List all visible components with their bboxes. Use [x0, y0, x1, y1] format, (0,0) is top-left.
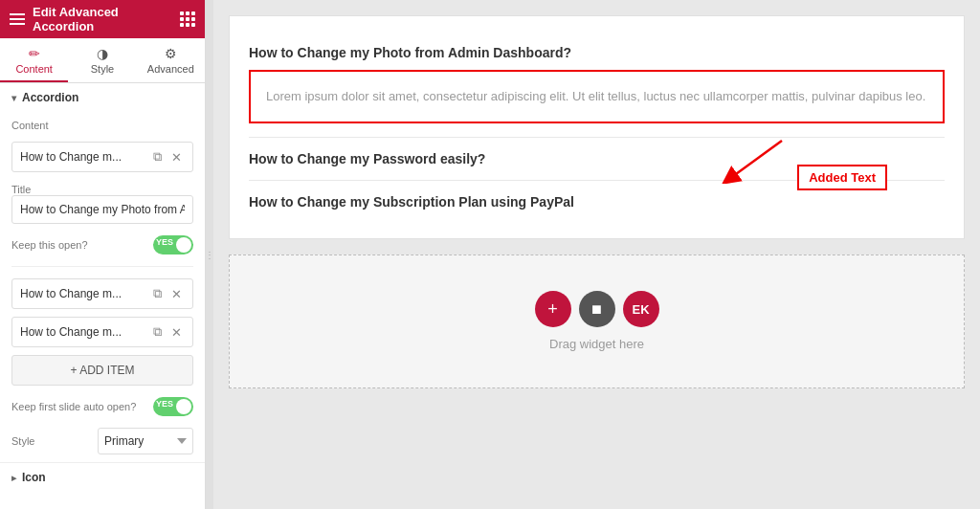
accordion-widget: How to Change my Photo from Admin Dashbo…: [229, 15, 965, 239]
copy-button-1[interactable]: ⧉: [150, 147, 165, 166]
accordion-content-1: Lorem ipsum dolor sit amet, consectetur …: [249, 70, 945, 123]
content-icon: ✏: [4, 46, 64, 61]
keep-first-row: Keep first slide auto open?: [11, 397, 193, 416]
tab-advanced[interactable]: ⚙ Advanced: [137, 38, 205, 82]
toggle-knob: [176, 237, 191, 253]
divider-1: [11, 266, 193, 267]
arrow-annotation: [710, 136, 787, 187]
keep-first-toggle[interactable]: [153, 397, 193, 416]
item-text-1: How to Change m...: [20, 150, 146, 164]
style-icon: ◑: [72, 46, 132, 61]
item-text-2: How to Change m...: [20, 287, 146, 300]
tabs-row: ✏ Content ◑ Style ⚙ Advanced: [0, 38, 205, 83]
main-content: How to Change my Photo from Admin Dashbo…: [213, 0, 980, 509]
title-input[interactable]: [11, 195, 193, 224]
drag-text: Drag widget here: [549, 337, 644, 351]
drag-widget-area: + ■ EK Drag widget here: [229, 254, 965, 388]
title-section: Title: [11, 180, 193, 224]
drag-buttons: + ■ EK: [535, 291, 659, 327]
list-item: How to Change m... ⧉ ✕: [11, 278, 193, 309]
style-row: Style Primary Secondary: [11, 428, 193, 454]
icon-section-arrow: ▸: [11, 473, 16, 483]
delete-button-3[interactable]: ✕: [168, 323, 185, 342]
navigator-button[interactable]: ■: [579, 291, 615, 327]
content-label: Content: [11, 120, 193, 131]
add-item-button[interactable]: + ADD ITEM: [11, 355, 193, 386]
panel-header: Edit Advanced Accordion: [0, 0, 205, 38]
left-panel: Edit Advanced Accordion ✏ Content ◑ Styl…: [0, 0, 206, 509]
list-item: How to Change m... ⧉ ✕: [11, 142, 193, 172]
panel-title: Edit Advanced Accordion: [33, 5, 172, 33]
advanced-icon: ⚙: [141, 46, 201, 61]
add-widget-button[interactable]: +: [535, 291, 571, 327]
hamburger-icon[interactable]: [10, 13, 25, 25]
keep-open-toggle[interactable]: [153, 235, 193, 254]
accordion-item-1: How to Change my Photo from Admin Dashbo…: [249, 32, 945, 138]
icon-section-header[interactable]: ▸ Icon: [0, 462, 205, 492]
elementor-icon: EK: [632, 302, 649, 317]
panel-body: Content How to Change m... ⧉ ✕ Title Kee…: [0, 112, 205, 462]
keep-open-row: Keep this open?: [11, 235, 193, 254]
tab-content[interactable]: ✏ Content: [0, 38, 68, 82]
copy-button-2[interactable]: ⧉: [150, 284, 165, 303]
list-item: How to Change m... ⧉ ✕: [11, 317, 193, 347]
grid-icon[interactable]: [180, 11, 195, 27]
delete-button-1[interactable]: ✕: [168, 148, 185, 166]
copy-button-3[interactable]: ⧉: [150, 322, 165, 342]
accordion-title-3[interactable]: How to Change my Subscription Plan using…: [249, 194, 945, 210]
title-label: Title: [11, 184, 193, 195]
added-text-badge: Added Text: [797, 165, 887, 190]
accordion-arrow-icon: ▾: [11, 93, 16, 103]
accordion-section-header[interactable]: ▾ Accordion: [0, 83, 205, 112]
item-text-3: How to Change m...: [20, 325, 146, 339]
svg-line-0: [729, 141, 782, 179]
style-select[interactable]: Primary Secondary: [98, 428, 193, 454]
resize-handle[interactable]: ⋮: [206, 0, 213, 509]
keep-first-label: Keep first slide auto open?: [11, 401, 136, 412]
toggle-knob-2: [176, 399, 191, 414]
style-label: Style: [11, 435, 34, 447]
keep-open-label: Keep this open?: [11, 239, 88, 251]
accordion-title-1[interactable]: How to Change my Photo from Admin Dashbo…: [249, 45, 945, 60]
elementor-button[interactable]: EK: [623, 291, 659, 327]
delete-button-2[interactable]: ✕: [168, 285, 185, 303]
tab-style[interactable]: ◑ Style: [68, 38, 136, 82]
